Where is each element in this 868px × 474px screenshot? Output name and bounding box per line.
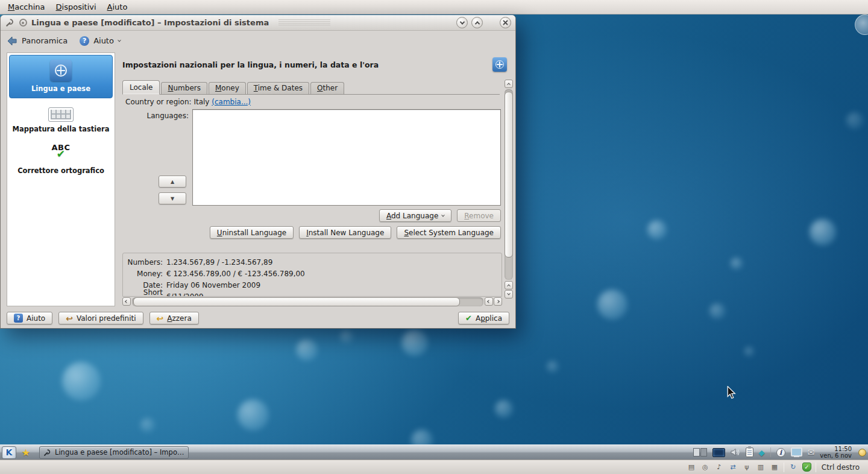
- apply-button[interactable]: ✔ Applica: [458, 312, 509, 324]
- scroll-left-button-2[interactable]: [485, 297, 493, 306]
- titlebar-decoration: [278, 19, 330, 26]
- sidebar: Lingua e paese Mappatura della tastiera …: [7, 52, 115, 306]
- kmenu-button[interactable]: K: [2, 446, 16, 459]
- move-down-button[interactable]: ▼: [159, 192, 186, 204]
- format-preview: Numbers: 1.234.567,89 / -1.234.567,89 Mo…: [122, 253, 502, 297]
- tab-locale[interactable]: Locale: [122, 80, 160, 95]
- display-icon[interactable]: ▦: [770, 463, 779, 472]
- statusbar-separator: [784, 463, 784, 472]
- window-title: Lingua e paese [modificato] – Impostazio…: [31, 18, 269, 27]
- module-title: Impostazioni nazionali per la lingua, i …: [122, 60, 379, 69]
- toolbar-help-button[interactable]: ? Aiuto: [80, 36, 121, 46]
- select-system-language-button[interactable]: Select System Language: [397, 226, 501, 239]
- usb-icon[interactable]: ψ: [742, 463, 752, 472]
- clock-time: 11:50: [820, 446, 852, 453]
- scroll-down-button[interactable]: [505, 290, 513, 299]
- tab-time-dates[interactable]: Time & Dates: [247, 82, 309, 94]
- shield-icon[interactable]: ✓: [802, 463, 811, 472]
- change-country-link[interactable]: (cambia...): [212, 98, 251, 106]
- uninstall-language-button[interactable]: Uninstall Language: [210, 226, 294, 239]
- back-button[interactable]: Panoramica: [7, 36, 68, 46]
- sidebar-item-label: Lingua e paese: [31, 84, 90, 93]
- up-arrow-icon: ▲: [171, 179, 174, 185]
- sidebar-item-mappatura-tastiera[interactable]: Mappatura della tastiera: [7, 100, 115, 136]
- sidebar-item-lingua-e-paese[interactable]: Lingua e paese: [9, 55, 113, 98]
- cd-icon[interactable]: ◎: [700, 463, 710, 472]
- install-new-language-button[interactable]: Install New Language: [299, 226, 391, 239]
- tray-gem-icon[interactable]: ◆: [759, 448, 765, 457]
- defaults-button[interactable]: ↩ Valori predefiniti: [58, 312, 143, 324]
- sidebar-item-label: Correttore ortografico: [17, 166, 104, 175]
- menu-macchina[interactable]: Macchina: [2, 1, 51, 13]
- back-button-label: Panoramica: [22, 36, 68, 45]
- device-notifier-icon[interactable]: [791, 447, 802, 457]
- vertical-scrollbar[interactable]: [505, 80, 513, 299]
- titlebar[interactable]: Lingua e paese [modificato] – Impostazio…: [1, 15, 515, 31]
- mouse-integration-icon[interactable]: ↻: [788, 463, 798, 472]
- star-icon: ★: [22, 447, 30, 458]
- languages-listbox[interactable]: [192, 109, 501, 206]
- country-row: Country or region: Italy (cambia...): [125, 98, 251, 106]
- hdd-icon[interactable]: ▤: [687, 463, 696, 472]
- scroll-up-button[interactable]: [505, 80, 513, 88]
- display-settings-icon[interactable]: [712, 448, 725, 457]
- menu-dispositivi[interactable]: Dispositivi: [51, 1, 102, 13]
- languages-label: Languages:: [124, 112, 189, 120]
- tabbar: Locale Numbers Money Time & Dates Other: [122, 81, 500, 95]
- statusbar-separator: [816, 463, 816, 472]
- window-toolbar: Panoramica ? Aiuto: [1, 31, 515, 50]
- kde-logo-icon: K: [6, 448, 13, 457]
- spellcheck-icon: ABC ✔: [51, 143, 70, 163]
- scroll-right-button[interactable]: [494, 297, 502, 306]
- tab-numbers[interactable]: Numbers: [161, 82, 207, 94]
- add-language-button[interactable]: Add Language: [379, 209, 451, 222]
- shared-folders-icon[interactable]: ▥: [756, 463, 766, 472]
- tab-other[interactable]: Other: [310, 82, 344, 94]
- klipper-icon[interactable]: [746, 447, 753, 457]
- help-icon: ?: [14, 314, 23, 323]
- help-button[interactable]: ? Aiuto: [7, 312, 52, 324]
- tab-money[interactable]: Money: [209, 82, 246, 94]
- network-icon[interactable]: ⇄: [728, 463, 738, 472]
- down-arrow-icon: ▼: [171, 196, 174, 201]
- audio-icon[interactable]: ♪: [714, 463, 724, 472]
- sidebar-item-correttore-ortografico[interactable]: ABC ✔ Correttore ortografico: [7, 136, 115, 177]
- move-up-button[interactable]: ▲: [159, 175, 186, 188]
- vertical-scroll-thumb[interactable]: [505, 92, 513, 258]
- favorites-button[interactable]: ★: [19, 446, 33, 459]
- scroll-up-button-2[interactable]: [505, 281, 513, 289]
- undo-icon: ↩: [157, 314, 164, 323]
- horizontal-scrollbar[interactable]: [122, 297, 502, 306]
- close-button[interactable]: [500, 17, 511, 28]
- module-header: Impostazioni nazionali per la lingua, i …: [122, 56, 507, 73]
- menu-aiuto[interactable]: Aiuto: [102, 1, 133, 13]
- mail-icon[interactable]: ✉: [808, 447, 815, 457]
- remove-language-button[interactable]: Remove: [457, 209, 501, 222]
- vbox-menubar: Macchina Dispositivi Aiuto: [0, 0, 868, 14]
- preview-row: Short date: 6/11/2009: [123, 291, 502, 297]
- chevron-down-icon: [118, 38, 121, 42]
- task-wrench-icon: [43, 449, 51, 457]
- volume-icon[interactable]: [731, 448, 740, 457]
- desktop-toolbox-icon[interactable]: [855, 14, 868, 35]
- pager-icon[interactable]: [693, 448, 707, 457]
- system-tray: ◆ i ✉ 11:50 ven, 6 nov: [693, 446, 866, 460]
- notifications-icon[interactable]: i: [776, 448, 785, 457]
- panel-toolbox-icon[interactable]: [858, 449, 866, 457]
- window-wrench-icon: [5, 18, 14, 28]
- clock-date: ven, 6 nov: [820, 452, 852, 460]
- sidebar-item-label: Mappatura della tastiera: [13, 125, 110, 133]
- reset-button[interactable]: ↩ Azzera: [149, 312, 199, 324]
- country-label: Country or region:: [125, 98, 192, 106]
- task-label: Lingua e paese [modificato] – Imposta...: [55, 448, 184, 457]
- system-settings-window: Lingua e paese [modificato] – Impostazio…: [0, 15, 516, 329]
- vbox-statusbar: ▤ ◎ ♪ ⇄ ψ ▥ ▦ ↻ ✓ Ctrl destro: [0, 460, 868, 474]
- horizontal-scroll-thumb[interactable]: [133, 297, 460, 306]
- tray-separator: [770, 447, 771, 457]
- preview-row: Numbers: 1.234.567,89 / -1.234.567,89: [123, 256, 502, 268]
- keep-above-button[interactable]: [471, 17, 483, 28]
- taskbar-task-button[interactable]: Lingua e paese [modificato] – Imposta...: [39, 446, 189, 459]
- shade-button[interactable]: [456, 17, 468, 28]
- clock[interactable]: 11:50 ven, 6 nov: [820, 446, 853, 460]
- scroll-left-button[interactable]: [122, 297, 131, 306]
